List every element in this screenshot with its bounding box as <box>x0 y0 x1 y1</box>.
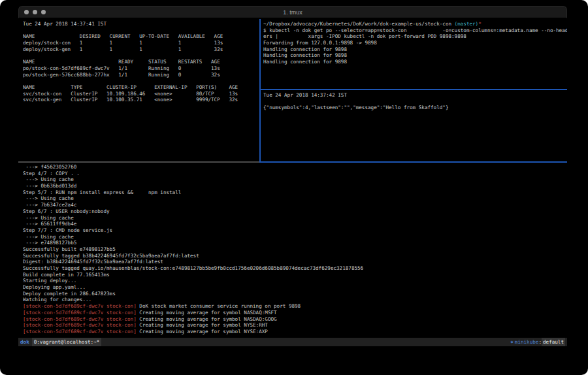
window-title: 1. tmux <box>19 9 566 16</box>
terminal-line: [stock-con-5d7df689cf-dwc7v stock-con] C… <box>23 329 567 335</box>
terminal-line: Tue 24 Apr 2018 14:37:42 IST <box>263 92 567 99</box>
terminal-line: Starting deploy... <box>23 278 567 284</box>
terminal-line: ---> 0b636bd013dd <box>23 183 567 189</box>
terminal-line <box>23 27 258 34</box>
terminal-line: ---> Using cache <box>23 176 567 183</box>
terminal-line: po/stock-con-5d7df689cf-dwc7v 1/1 Runnin… <box>23 65 258 72</box>
terminal-line: Digest: b38b42246945fd7f32c5ba9aea7af7fd… <box>23 259 567 265</box>
terminal-line: ---> 65611ff9db4e <box>23 221 567 227</box>
kube-namespace: default <box>542 338 565 346</box>
terminal-line: deploy/stock-gen 1 1 1 1 32s <box>23 46 258 53</box>
kube-context: minikube <box>515 339 539 345</box>
terminal-line: Step 7/7 : CMD node service.js <box>23 227 567 234</box>
terminal-line: po/stock-gen-576cc688bb-277hx 1/1 Runnin… <box>23 72 258 78</box>
session-name: dok <box>20 339 29 345</box>
pane-service-output[interactable]: Tue 24 Apr 2018 14:37:42 IST{"numsymbols… <box>263 92 567 161</box>
terminal-line: Step 5/7 : RUN npm install express && np… <box>23 189 567 196</box>
tmux-status-bar: dok 0:vagrant@localhost:~* ⎈ minikube : … <box>18 338 567 346</box>
pane-divider-vertical <box>259 19 261 162</box>
window-tab[interactable]: 0:vagrant@localhost:~* <box>32 338 102 346</box>
terminal-line: Successfully built e74898127bb5 <box>23 246 567 253</box>
terminal-line: NAME TYPE CLUSTER-IP EXTERNAL-IP PORT(S)… <box>23 84 258 91</box>
pane-divider-horizontal-left <box>18 161 259 163</box>
terminal-line: svc/stock-con ClusterIP 10.109.186.46 <n… <box>23 91 258 97</box>
pane-divider-horizontal-bottom <box>259 161 567 163</box>
zoom-button-icon[interactable] <box>41 10 46 14</box>
terminal-line: Successfully tagged quay.io/mhausenblas/… <box>23 265 567 272</box>
minimize-button-icon[interactable] <box>33 10 37 14</box>
screenshot: 1. tmux Tue 24 Apr 2018 14:37:41 ISTNAME… <box>0 0 588 375</box>
terminal-line: [stock-con-5d7df689cf-dwc7v stock-con] D… <box>23 303 567 310</box>
pane-port-forward[interactable]: ~/Dropbox/advocacy/Kubernetes/DoK/work/d… <box>263 21 567 88</box>
terminal-line: ers | xargs -IPOD kubectl -n dok port-fo… <box>263 33 567 40</box>
terminal-line: ~/Dropbox/advocacy/Kubernetes/DoK/work/d… <box>263 21 567 27</box>
terminal-line: [stock-con-5d7df689cf-dwc7v stock-con] C… <box>23 322 567 329</box>
terminal-line: Handling connection for 9898 <box>263 46 567 53</box>
terminal-line <box>23 78 258 84</box>
terminal-line: ---> Using cache <box>23 234 567 240</box>
terminal-line: Step 6/7 : USER nobody:nobody <box>23 208 567 215</box>
pane-divider-horizontal-right <box>261 89 567 90</box>
terminal-line: Handling connection for 9898 <box>263 59 567 65</box>
terminal-line: Tue 24 Apr 2018 14:37:41 IST <box>23 21 258 27</box>
terminal-line: Deploy complete in 286.647823ms <box>23 291 567 297</box>
traffic-lights <box>19 10 46 14</box>
terminal-line: Build complete in 77.165413ms <box>23 272 567 278</box>
terminal-line: Step 4/7 : COPY . . <box>23 171 567 177</box>
pane-skaffold-log[interactable]: ---> f45623052760Step 4/7 : COPY . . ---… <box>23 164 567 336</box>
terminal-line: {"numsymbols":4,"lastseen":"","message":… <box>263 105 567 111</box>
terminal-line <box>23 52 258 59</box>
terminal-line: svc/stock-gen ClusterIP 10.100.35.71 <no… <box>23 97 258 103</box>
terminal-line: Forwarding from 127.0.0.1:9898 -> 9898 <box>263 40 567 46</box>
terminal-line: ---> e74898127bb5 <box>23 240 567 246</box>
terminal-line: ---> Using cache <box>23 215 567 221</box>
terminal-line: Deploying app.yaml... <box>23 284 567 291</box>
terminal-line: deploy/stock-con 1 1 1 1 13s <box>23 40 258 46</box>
terminal-line: NAME DESIRED CURRENT UP-TO-DATE AVAILABL… <box>23 33 258 40</box>
titlebar[interactable]: 1. tmux <box>18 6 567 18</box>
close-button-icon[interactable] <box>24 10 29 14</box>
terminal-line: NAME READY STATUS RESTARTS AGE <box>23 59 258 65</box>
terminal-line: [stock-con-5d7df689cf-dwc7v stock-con] C… <box>23 316 567 323</box>
terminal-line: Handling connection for 9898 <box>263 52 567 59</box>
terminal-line: Successfully tagged b38b42246945fd7f32c5… <box>23 253 567 259</box>
terminal-line: ---> f45623052760 <box>23 164 567 171</box>
terminal-line: Watching for changes... <box>23 297 567 303</box>
kubernetes-helm-icon: ⎈ <box>510 339 514 345</box>
terminal-line: ---> Using cache <box>23 195 567 202</box>
terminal-line <box>263 99 567 105</box>
terminal-line: $ kubectl -n dok get po --selector=app=s… <box>263 27 567 34</box>
terminal-line: ---> 7b6347ce2a4c <box>23 202 567 208</box>
pane-kubectl-watch[interactable]: Tue 24 Apr 2018 14:37:41 ISTNAME DESIRED… <box>23 21 258 161</box>
terminal-line: [stock-con-5d7df689cf-dwc7v stock-con] C… <box>23 310 567 316</box>
terminal-window: 1. tmux Tue 24 Apr 2018 14:37:41 ISTNAME… <box>0 0 588 375</box>
